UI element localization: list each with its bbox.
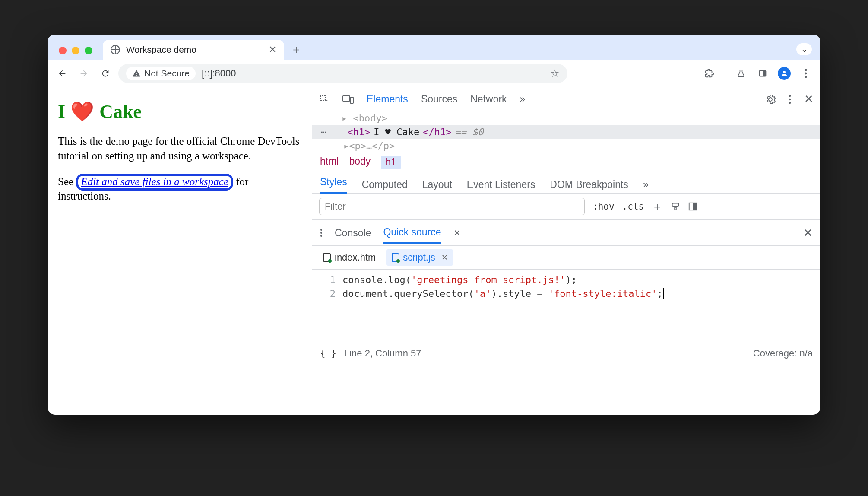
new-tab-button[interactable]: ＋ [288, 41, 304, 57]
bookmark-button[interactable]: ☆ [550, 67, 560, 79]
file-tab-label: index.html [335, 252, 378, 263]
dom-open-tag: <h1> [347, 127, 370, 137]
devtools-close-button[interactable]: ✕ [804, 92, 814, 106]
tab-title: Workspace demo [126, 45, 196, 55]
page-cta: See Edit and save files in a workspace f… [58, 175, 301, 204]
reload-button[interactable] [97, 65, 114, 82]
source-file-tabs: index.html script.js ✕ [312, 246, 820, 270]
svg-point-13 [320, 229, 322, 231]
device-toggle-button[interactable] [342, 95, 354, 104]
side-panel-button[interactable] [754, 65, 771, 82]
file-tab-close[interactable]: ✕ [441, 253, 448, 262]
close-window-button[interactable] [59, 47, 67, 54]
dom-row-prev[interactable]: ▸ <body> [312, 111, 820, 125]
tutorial-link[interactable]: Edit and save files in a workspace [81, 176, 228, 188]
svg-point-10 [789, 102, 791, 103]
svg-rect-12 [693, 203, 696, 210]
tab-overflow[interactable]: » [520, 93, 526, 105]
ellipsis-icon[interactable]: ⋯ [321, 127, 327, 137]
arrow-left-icon [57, 69, 67, 78]
crumb-html[interactable]: html [320, 156, 339, 169]
minimize-window-button[interactable] [72, 47, 79, 54]
svg-rect-6 [343, 96, 350, 101]
dom-breadcrumbs: html body h1 [312, 153, 820, 172]
cta-prefix: See [58, 176, 76, 188]
subtab-dom-breakpoints[interactable]: DOM Breakpoints [550, 179, 628, 191]
svg-point-15 [320, 235, 322, 237]
styles-filter-input[interactable] [319, 198, 585, 215]
tab-strip: Workspace demo ✕ ＋ ⌄ [48, 35, 820, 60]
arrow-right-icon [79, 69, 89, 78]
file-tab-label: script.js [403, 252, 435, 263]
dom-row-next[interactable]: ▸<p>…</p> [312, 139, 820, 153]
crumb-body[interactable]: body [349, 156, 371, 169]
tab-network[interactable]: Network [470, 93, 507, 105]
avatar-icon [778, 67, 791, 80]
browser-window: Workspace demo ✕ ＋ ⌄ Not Secure [::]:800… [48, 35, 820, 415]
code-area[interactable]: console.log('greetings from script.js!')… [342, 270, 664, 343]
paint-icon[interactable] [671, 202, 680, 211]
window-controls [53, 47, 98, 60]
subtab-styles[interactable]: Styles [320, 176, 347, 194]
omnibox[interactable]: Not Secure [::]:8000 ☆ [118, 64, 567, 83]
computed-toggle-icon[interactable] [688, 202, 697, 211]
highlight-ring: Edit and save files in a workspace [76, 174, 233, 191]
extensions-button[interactable] [701, 65, 718, 82]
dom-row-selected[interactable]: ⋯ <h1>I ♥ Cake</h1> == $0 [312, 125, 820, 139]
devtools-main-tabs: Elements Sources Network » ✕ [312, 87, 820, 111]
source-editor[interactable]: 12 console.log('greetings from script.js… [312, 270, 820, 343]
drawer-tab-console[interactable]: Console [335, 227, 371, 239]
toolbar: Not Secure [::]:8000 ☆ [48, 60, 820, 87]
forward-button[interactable] [75, 65, 92, 82]
styles-subtabs: Styles Computed Layout Event Listeners D… [312, 172, 820, 194]
tab-overflow-button[interactable]: ⌄ [796, 43, 812, 55]
cursor-position: Line 2, Column 57 [344, 348, 421, 359]
file-icon [323, 253, 331, 262]
subtab-layout[interactable]: Layout [422, 179, 452, 191]
browser-tab[interactable]: Workspace demo ✕ [103, 40, 284, 60]
inspect-element-button[interactable] [319, 94, 329, 105]
panel-icon [758, 69, 767, 78]
heading-prefix: I [58, 101, 65, 123]
dom-tree[interactable]: ▸ <body> ⋯ <h1>I ♥ Cake</h1> == $0 ▸<p>…… [312, 111, 820, 153]
profile-button[interactable] [776, 65, 793, 82]
crumb-h1[interactable]: h1 [381, 156, 401, 169]
line-gutter: 12 [312, 270, 342, 343]
cls-toggle[interactable]: .cls [622, 201, 644, 212]
chrome-menu-button[interactable] [797, 65, 814, 82]
file-icon [392, 253, 399, 262]
heart-icon: ❤️ [70, 100, 94, 123]
drawer-tab-close[interactable]: ✕ [453, 228, 461, 238]
hov-toggle[interactable]: :hov [592, 201, 615, 212]
url-text: [::]:8000 [202, 68, 236, 79]
dom-close-tag: </h1> [423, 127, 451, 137]
file-tab-script[interactable]: script.js ✕ [386, 249, 453, 266]
format-button[interactable]: { } [320, 348, 336, 359]
svg-rect-1 [763, 70, 766, 76]
drawer-close-button[interactable]: ✕ [803, 226, 813, 240]
devtools-settings-button[interactable] [765, 94, 776, 105]
experiments-button[interactable] [732, 65, 750, 82]
subtab-event-listeners[interactable]: Event Listeners [467, 179, 535, 191]
styles-toolbar: :hov .cls ＋ [312, 194, 820, 220]
drawer-tabs: Console Quick source ✕ ✕ [312, 220, 820, 246]
toolbar-divider [725, 67, 725, 79]
drawer-menu-button[interactable] [320, 229, 323, 237]
maximize-window-button[interactable] [85, 47, 92, 54]
subtab-computed[interactable]: Computed [362, 179, 408, 191]
file-tab-index[interactable]: index.html [318, 249, 383, 266]
subtab-overflow[interactable]: » [643, 179, 649, 191]
svg-point-4 [805, 76, 807, 78]
drawer-tab-quick-source[interactable]: Quick source [383, 222, 441, 244]
devtools-menu-button[interactable] [789, 95, 791, 104]
dom-selected-marker: == $0 [455, 127, 483, 137]
security-chip[interactable]: Not Secure [126, 67, 196, 80]
back-button[interactable] [54, 65, 71, 82]
close-tab-button[interactable]: ✕ [269, 44, 276, 55]
inspect-icon [319, 94, 329, 105]
devices-icon [342, 95, 354, 104]
tab-sources[interactable]: Sources [421, 93, 457, 105]
new-style-rule-button[interactable]: ＋ [652, 199, 663, 214]
tab-elements[interactable]: Elements [367, 93, 408, 112]
editor-statusbar: { } Line 2, Column 57 Coverage: n/a [312, 343, 820, 363]
